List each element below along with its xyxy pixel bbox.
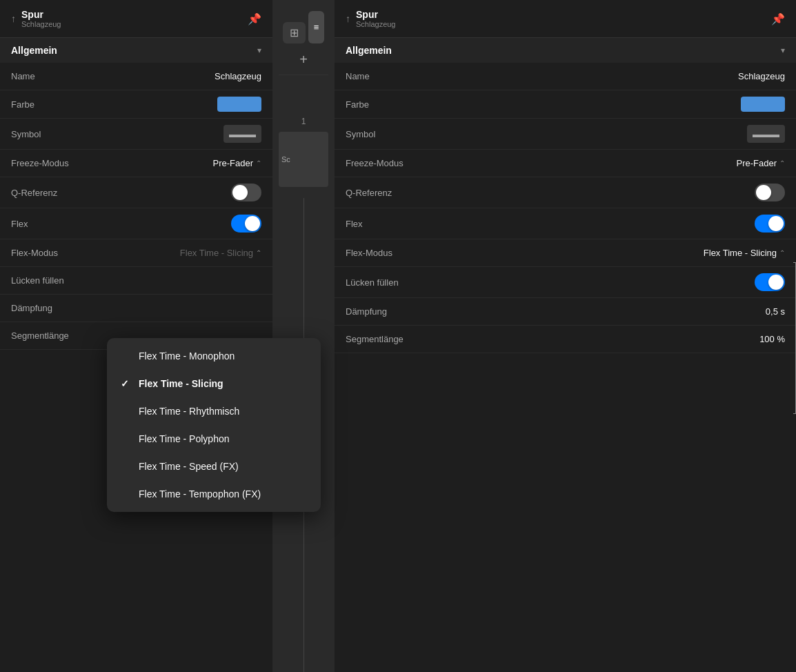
right-label-lücken: Lücken füllen [346,277,399,288]
dropdown-item-label-speed: Flex Time - Speed (FX) [139,461,239,472]
left-label-lücken: Lücken füllen [11,275,64,286]
right-toggle-qref[interactable] [755,184,785,201]
right-row-dämpfung: Dämpfung 0,5 s [335,298,796,326]
right-track-name: Spur [356,9,396,20]
left-track-subtitle: Schlagzeug [21,20,61,28]
check-slicing: ✓ [121,378,132,389]
right-value-name: Schlagzeug [738,71,785,81]
left-pin-icon[interactable]: 📌 [248,12,261,26]
right-flexmodus-arrow: ⌃ [779,249,785,257]
right-flexmodus-dropdown[interactable]: Flex Time - Slicing ⌃ [704,248,785,258]
left-flexmodus-dropdown[interactable]: Flex Time - Slicing ⌃ [180,248,261,258]
right-track-up-icon: ↑ [346,13,350,24]
dropdown-item-label-rhythmisch: Flex Time - Rhythmisch [139,406,239,417]
left-flexmodus-arrow: ⌃ [256,249,261,257]
right-row-qref: Q-Referenz [335,177,796,208]
right-row-flex: Flex [335,208,796,239]
right-toggle-flex[interactable] [755,215,785,233]
left-label-freeze: Freeze-Modus [11,158,69,168]
left-section-header[interactable]: Allgemein ▾ [0,37,272,63]
right-label-name: Name [346,71,370,81]
left-row-farbe: Farbe [0,90,272,119]
left-row-name: Name Schlagzeug [0,63,272,90]
right-value-dämpfung: 0,5 s [766,306,785,317]
left-color-swatch[interactable] [217,97,261,112]
right-freeze-dropdown[interactable]: Pre-Fader ⌃ [736,158,785,168]
left-label-symbol: Symbol [11,129,41,139]
left-section-chevron: ▾ [257,46,261,55]
dropdown-item-rhythmisch[interactable]: Flex Time - Rhythmisch [107,397,321,425]
left-row-flexmodus: Flex-Modus Flex Time - Slicing ⌃ [0,239,272,267]
left-track-name: Spur [21,9,61,20]
right-freeze-arrow: ⌃ [779,159,785,167]
dropdown-item-monophon[interactable]: Flex Time - Monophon [107,342,321,370]
right-label-flex: Flex [346,219,363,229]
right-label-dämpfung: Dämpfung [346,306,387,317]
flex-mode-dropdown-menu: Flex Time - Monophon ✓ Flex Time - Slici… [107,338,321,512]
left-label-name: Name [11,71,35,81]
left-toggle-qref[interactable] [231,184,261,201]
left-label-qref: Q-Referenz [11,188,57,198]
right-value-segment: 100 % [759,334,785,344]
left-panel-header: ↑ Spur Schlagzeug 📌 [0,0,272,37]
right-symbol-button[interactable]: ▬▬▬ [747,125,785,143]
track-number-label: 1 [301,117,306,126]
left-row-symbol: Symbol ▬▬▬ [0,119,272,150]
left-row-freeze: Freeze-Modus Pre-Fader ⌃ [0,150,272,177]
dropdown-item-label-polyphon: Flex Time - Polyphon [139,433,230,444]
right-row-symbol: Symbol ▬▬▬ [335,119,796,150]
left-section-title: Allgemein [11,45,57,56]
left-toggle-flex[interactable] [231,215,261,233]
left-row-lücken: Lücken füllen [0,267,272,295]
right-row-flexmodus: Flex-Modus Flex Time - Slicing ⌃ [335,239,796,267]
right-label-qref: Q-Referenz [346,188,392,198]
right-track-subtitle: Schlagzeug [356,20,396,28]
right-section-title: Allgemein [346,45,392,56]
grid-icon: ⊞ [290,27,299,39]
right-row-farbe: Farbe [335,90,796,119]
left-row-qref: Q-Referenz [0,177,272,208]
left-freeze-dropdown[interactable]: Pre-Fader ⌃ [212,158,261,168]
dropdown-item-speed[interactable]: Flex Time - Speed (FX) [107,453,321,480]
dropdown-item-polyphon[interactable]: Flex Time - Polyphon [107,425,321,453]
middle-strip: ⊞ ≡ + 1 Sc [272,0,335,672]
right-inspector-panel: ↑ Spur Schlagzeug 📌 Allgemein ▾ Name Sch… [335,0,796,672]
list-view-button[interactable]: ≡ [308,11,325,43]
left-symbol-button[interactable]: ▬▬▬ [223,125,261,143]
dropdown-item-label-slicing: Flex Time - Slicing [139,378,223,389]
left-label-segment: Segmentlänge [11,330,69,341]
left-row-flex: Flex [0,208,272,239]
left-label-dämpfung: Dämpfung [11,303,52,313]
right-section-header[interactable]: Allgemein ▾ [335,37,796,63]
grid-view-button[interactable]: ⊞ [283,22,306,43]
right-toggle-lücken[interactable] [755,273,785,291]
right-row-lücken: Lücken füllen [335,267,796,298]
right-panel-header: ↑ Spur Schlagzeug 📌 [335,0,796,37]
left-inspector-panel: ↑ Spur Schlagzeug 📌 Allgemein ▾ Name Sch… [0,0,272,672]
dropdown-item-label-tempophon: Flex Time - Tempophon (FX) [139,488,261,500]
left-freeze-arrow: ⌃ [256,159,261,167]
left-label-flex: Flex [11,219,28,229]
right-row-segment: Segmentlänge 100 % [335,326,796,353]
right-label-freeze: Freeze-Modus [346,158,404,168]
dropdown-item-tempophon[interactable]: Flex Time - Tempophon (FX) [107,480,321,508]
track-clip-label: Sc [281,155,290,164]
right-bracket [793,262,796,414]
right-pin-icon[interactable]: 📌 [771,12,785,26]
add-track-button[interactable]: + [299,52,308,68]
right-section-chevron: ▾ [781,46,785,55]
right-label-segment: Segmentlänge [346,334,404,344]
right-row-freeze: Freeze-Modus Pre-Fader ⌃ [335,150,796,177]
left-row-dämpfung: Dämpfung [0,295,272,322]
right-color-swatch[interactable] [741,97,785,112]
right-label-flexmodus: Flex-Modus [346,248,392,258]
right-row-name: Name Schlagzeug [335,63,796,90]
left-value-name: Schlagzeug [215,71,261,81]
right-label-symbol: Symbol [346,129,375,139]
left-label-flexmodus: Flex-Modus [11,248,58,258]
dropdown-item-label-monophon: Flex Time - Monophon [139,350,235,362]
dropdown-item-slicing[interactable]: ✓ Flex Time - Slicing [107,370,321,397]
left-label-farbe: Farbe [11,99,34,110]
track-up-icon: ↑ [11,13,16,24]
right-label-farbe: Farbe [346,99,369,110]
